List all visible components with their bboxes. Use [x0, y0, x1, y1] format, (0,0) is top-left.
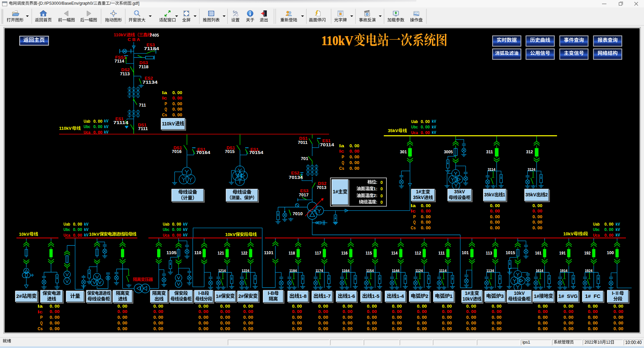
svg-text:Cs: Cs — [38, 326, 43, 331]
svg-text:0. 00: 0. 00 — [73, 233, 82, 238]
svg-text:0. 00: 0. 00 — [172, 222, 181, 227]
svg-text:0. 00: 0. 00 — [421, 130, 430, 135]
svg-text:Ia: Ia — [38, 304, 43, 309]
svg-text:0. 00: 0. 00 — [588, 326, 598, 331]
svg-text:301: 301 — [400, 149, 407, 154]
svg-text:0. 00: 0. 00 — [533, 220, 543, 225]
svg-text:0. 00: 0. 00 — [421, 214, 431, 219]
svg-text::: : — [376, 180, 377, 185]
svg-text:Ia: Ia — [162, 90, 168, 95]
svg-text:0. 00: 0. 00 — [367, 304, 377, 309]
svg-text:0. 00: 0. 00 — [490, 225, 500, 230]
svg-text:Ubc: Ubc — [593, 227, 600, 232]
svg-text:0. 00: 0. 00 — [118, 320, 128, 325]
svg-text:0. 00: 0. 00 — [73, 222, 82, 227]
svg-text:0. 00: 0. 00 — [50, 304, 60, 309]
svg-text:0. 00: 0. 00 — [118, 304, 128, 309]
svg-text:70114: 70114 — [320, 142, 334, 147]
svg-text:7015: 7015 — [225, 149, 235, 154]
svg-text:0. 00: 0. 00 — [318, 320, 328, 325]
svg-text:1-7: 1-7 — [323, 293, 331, 299]
svg-text:Ic: Ic — [411, 208, 416, 214]
svg-text:0. 00: 0. 00 — [588, 320, 598, 325]
svg-text:Q: Q — [413, 220, 416, 225]
svg-text:Uab: Uab — [411, 119, 418, 124]
svg-text:0. 00: 0. 00 — [220, 320, 230, 325]
svg-text:311: 311 — [486, 149, 493, 154]
svg-text:10kV: 10kV — [463, 296, 473, 301]
svg-text:0. 00: 0. 00 — [172, 95, 182, 101]
svg-text:0. 00: 0. 00 — [392, 304, 402, 309]
svg-text:10kV: 10kV — [514, 291, 525, 296]
svg-text:3005: 3005 — [444, 149, 453, 154]
svg-text:0. 00: 0. 00 — [538, 309, 548, 314]
svg-text:71114: 71114 — [113, 120, 129, 125]
svg-text:0. 00: 0. 00 — [392, 326, 402, 331]
svg-text:0. 00: 0. 00 — [93, 124, 102, 129]
svg-text:0. 00: 0. 00 — [153, 320, 164, 325]
svg-text:0. 00: 0. 00 — [466, 304, 476, 309]
svg-text:kV: kV — [432, 130, 436, 135]
svg-text:1105: 1105 — [167, 250, 177, 255]
svg-text:701: 701 — [301, 156, 308, 161]
svg-text:0. 00: 0. 00 — [588, 304, 598, 309]
svg-text:Uca: Uca — [163, 233, 170, 238]
svg-text:0. 00: 0. 00 — [442, 326, 452, 331]
svg-text:35kV: 35kV — [413, 195, 424, 200]
svg-text:0. 00: 0. 00 — [490, 208, 500, 214]
svg-text:0. 00: 0. 00 — [220, 315, 230, 320]
svg-text:0. 00: 0. 00 — [533, 203, 543, 208]
svg-text:0. 00: 0. 00 — [172, 227, 181, 232]
svg-text:0: 0 — [380, 180, 383, 185]
svg-text:2022: 2022 — [585, 340, 594, 345]
svg-text:0. 00: 0. 00 — [292, 309, 302, 314]
svg-text:0. 00: 0. 00 — [50, 326, 60, 331]
svg-text:70164: 70164 — [196, 150, 211, 155]
svg-text:ips1: ips1 — [522, 340, 530, 345]
svg-text:100: 100 — [607, 250, 614, 255]
svg-text:0. 00: 0. 00 — [533, 225, 543, 230]
svg-text:10kV: 10kV — [225, 232, 236, 237]
svg-text:122: 122 — [241, 251, 247, 256]
svg-text:1-6: 1-6 — [348, 293, 355, 299]
svg-text:2: 2 — [425, 293, 428, 299]
svg-text:0. 00: 0. 00 — [421, 119, 430, 124]
svg-text:0. 00: 0. 00 — [220, 326, 230, 331]
svg-text:10: 10 — [598, 340, 602, 345]
svg-text:0. 00: 0. 00 — [604, 227, 613, 232]
svg-text:0. 00: 0. 00 — [492, 326, 502, 331]
svg-text:3: 3 — [501, 293, 504, 299]
svg-text:0: 0 — [380, 186, 383, 191]
svg-text:0. 00: 0. 00 — [466, 320, 476, 325]
svg-text:1#: 1# — [416, 189, 421, 194]
svg-text:7114: 7114 — [114, 59, 125, 64]
svg-text:P: P — [342, 154, 344, 159]
svg-text:0. 00: 0. 00 — [421, 220, 431, 225]
svg-text:111: 111 — [439, 251, 445, 256]
svg-text:0. 00: 0. 00 — [392, 315, 402, 320]
svg-text:I-: I- — [612, 291, 615, 296]
svg-text:0: 0 — [380, 200, 383, 205]
svg-text:35kV: 35kV — [525, 192, 537, 197]
svg-text:112: 112 — [415, 251, 421, 256]
svg-text:0. 00: 0. 00 — [538, 304, 548, 309]
svg-text:0. 00: 0. 00 — [243, 304, 254, 309]
svg-text:7113: 7113 — [120, 71, 130, 76]
svg-text:kV: kV — [84, 227, 89, 232]
svg-text:0. 00: 0. 00 — [466, 309, 476, 314]
svg-text:35kV: 35kV — [454, 189, 465, 194]
svg-text:0. 00: 0. 00 — [198, 320, 209, 325]
svg-text:kV: kV — [432, 119, 436, 124]
svg-text:10:00:40: 10:00:40 — [625, 339, 642, 345]
svg-text:kV: kV — [104, 124, 109, 129]
svg-text:0. 00: 0. 00 — [492, 315, 502, 320]
svg-text:0. 00: 0. 00 — [198, 309, 209, 314]
svg-text:0. 00: 0. 00 — [292, 304, 302, 309]
svg-text:Ia: Ia — [411, 203, 416, 208]
svg-text:Ic: Ic — [162, 95, 167, 101]
svg-text:115: 115 — [366, 251, 372, 256]
svg-text:0. 00: 0. 00 — [613, 315, 624, 320]
svg-text:0. 00: 0. 00 — [292, 315, 302, 320]
svg-text:0. 00: 0. 00 — [342, 326, 353, 331]
svg-text:0. 00: 0. 00 — [392, 320, 402, 325]
